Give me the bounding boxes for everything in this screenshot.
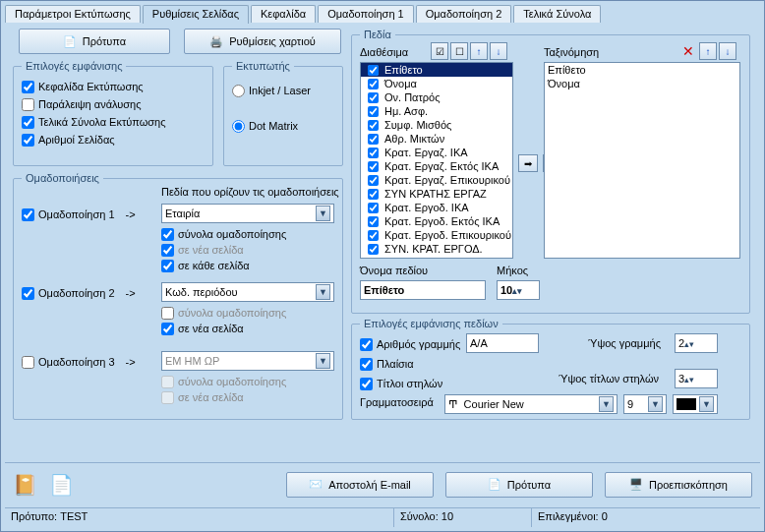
list-item[interactable]: ΣΥΝ. ΚΡΑΤ. ΕΡΓΟΔ. bbox=[361, 242, 512, 256]
field-checkbox[interactable] bbox=[368, 148, 379, 158]
list-item[interactable]: Κρατ. Εργοδ. ΙΚΑ bbox=[361, 201, 512, 214]
list-item[interactable]: Κρατ. Εργαζ. Εκτός ΙΚΑ bbox=[361, 159, 512, 173]
field-checkbox[interactable] bbox=[368, 134, 379, 145]
field-checkbox[interactable] bbox=[368, 216, 379, 227]
groupings-label: Ομαδοποιήσεις bbox=[22, 172, 103, 184]
notes-icon[interactable]: 📔 bbox=[13, 473, 37, 497]
list-item[interactable]: Επίθετο bbox=[545, 63, 739, 77]
field-checkbox[interactable] bbox=[368, 203, 379, 213]
chk-skip-analysis[interactable] bbox=[22, 98, 34, 111]
chevron-down-icon[interactable]: ▼ bbox=[316, 206, 330, 221]
chk-grouping2[interactable] bbox=[22, 287, 34, 300]
send-email-button[interactable]: ✉️Αποστολή E-mail bbox=[286, 472, 434, 498]
add-sort-icon[interactable]: ➡ bbox=[518, 154, 538, 172]
field-checkbox[interactable] bbox=[368, 230, 379, 241]
chk-grouping3[interactable] bbox=[22, 356, 34, 369]
chk-print-header[interactable] bbox=[22, 81, 34, 93]
paper-settings-button[interactable]: 🖨️ Ρυθμίσεις χαρτιού bbox=[184, 29, 341, 54]
chevron-down-icon[interactable]: ▼ bbox=[599, 396, 614, 412]
field-checkbox[interactable] bbox=[368, 79, 379, 89]
chk-g1-eachpage[interactable] bbox=[161, 260, 174, 272]
field-checkbox[interactable] bbox=[368, 189, 379, 200]
field-checkbox[interactable] bbox=[368, 65, 379, 76]
field-checkbox[interactable] bbox=[368, 175, 379, 186]
combo-grouping3[interactable]: ΕΜ ΗΜ ΩΡ▼ bbox=[161, 351, 334, 371]
radio-dotmatrix[interactable] bbox=[232, 120, 245, 133]
chevron-down-icon[interactable]: ▼ bbox=[699, 396, 714, 412]
field-display-group: Επιλογές εμφάνισης πεδίων Αριθμός γραμμή… bbox=[351, 318, 750, 420]
tab-header[interactable]: Κεφαλίδα bbox=[251, 5, 316, 23]
chk-g1-newpage[interactable] bbox=[161, 244, 174, 257]
list-item[interactable]: Ον. Πατρός bbox=[361, 90, 512, 104]
list-item[interactable]: Αθρ. Μικτών bbox=[361, 132, 512, 146]
list-item[interactable]: Κρατ. Εργαζ. ΙΚΑ bbox=[361, 146, 512, 159]
display-options-group: Επιλογές εμφάνισης Κεφαλίδα Εκτύπωσης Πα… bbox=[13, 60, 213, 166]
move-down-icon[interactable]: ↓ bbox=[490, 42, 507, 60]
list-item[interactable]: Ημ. Ασφ. bbox=[361, 104, 512, 118]
deselect-all-icon[interactable]: ☐ bbox=[450, 42, 468, 60]
titleheight-input[interactable]: 3▴▾ bbox=[675, 369, 718, 388]
spinner-icon[interactable]: ▴▾ bbox=[512, 284, 524, 296]
tab-page-settings[interactable]: Ρυθμίσεις Σελίδας bbox=[143, 5, 249, 24]
font-combo[interactable]: Ͳ Courier New▼ bbox=[444, 394, 618, 414]
list-item[interactable]: Όνομα bbox=[361, 77, 512, 90]
field-checkbox[interactable] bbox=[368, 161, 379, 172]
sort-down-icon[interactable]: ↓ bbox=[719, 42, 736, 60]
sort-fields-list[interactable]: ΕπίθετοΌνομα bbox=[544, 62, 740, 259]
display-options-label: Επιλογές εμφάνισης bbox=[22, 60, 126, 72]
printer-group: Εκτυπωτής Inkjet / Laser Dot Matrix bbox=[223, 60, 343, 166]
fontcolor-combo[interactable]: ▼ bbox=[673, 394, 718, 414]
list-item[interactable]: ΣΥΝ ΚΡΑΤΗΣ ΕΡΓΑΖ bbox=[361, 187, 512, 201]
spinner-icon[interactable]: ▴▾ bbox=[684, 373, 696, 384]
field-checkbox[interactable] bbox=[368, 106, 379, 117]
rowheight-input[interactable]: 2▴▾ bbox=[675, 333, 718, 353]
combo-grouping1[interactable]: Εταιρία▼ bbox=[161, 204, 334, 223]
chk-grouping1[interactable] bbox=[22, 208, 34, 221]
tab-print-params[interactable]: Παράμετροι Εκτύπωσης bbox=[5, 5, 141, 23]
fields-label: Πεδία bbox=[360, 29, 395, 40]
sort-up-icon[interactable]: ↑ bbox=[699, 42, 717, 60]
chk-g1-subtotals[interactable] bbox=[161, 228, 174, 241]
tab-group1[interactable]: Ομαδοποίηση 1 bbox=[318, 5, 414, 23]
fieldlen-input[interactable]: 10▴▾ bbox=[497, 280, 540, 300]
chk-g2-subtotals[interactable] bbox=[161, 307, 174, 320]
templates-button[interactable]: 📄 Πρότυπα bbox=[19, 29, 170, 54]
combo-grouping2[interactable]: Κωδ. περιόδου▼ bbox=[161, 282, 334, 302]
field-checkbox[interactable] bbox=[368, 92, 379, 103]
chk-rownum[interactable] bbox=[360, 338, 373, 351]
list-item[interactable]: Κρατ. Εργοδ. Εκτός ΙΚΑ bbox=[361, 214, 512, 228]
list-item[interactable]: Κρατ. Εργοδ. Επικουρικού bbox=[361, 228, 512, 242]
rownum-input[interactable]: Α/Α bbox=[466, 333, 539, 353]
chk-g3-newpage bbox=[161, 391, 174, 404]
chk-g2-newpage[interactable] bbox=[161, 323, 174, 335]
tab-totals[interactable]: Τελικά Σύνολα bbox=[513, 5, 601, 23]
fieldname-label: Όνομα πεδίου bbox=[360, 265, 428, 276]
chk-page-numbers[interactable] bbox=[22, 134, 34, 147]
fieldname-input[interactable]: Επίθετο bbox=[360, 280, 486, 300]
spinner-icon[interactable]: ▴▾ bbox=[684, 337, 696, 349]
available-fields-list[interactable]: ΕπίθετοΌνομαΟν. ΠατρόςΗμ. Ασφ.Συμφ. Μισθ… bbox=[360, 62, 513, 259]
chk-print-totals[interactable] bbox=[22, 116, 34, 129]
field-checkbox[interactable] bbox=[368, 120, 379, 131]
move-up-icon[interactable]: ↑ bbox=[470, 42, 488, 60]
preview-button[interactable]: 🖥️Προεπισκόπηση bbox=[605, 472, 752, 498]
tab-group2[interactable]: Ομαδοποίηση 2 bbox=[416, 5, 512, 23]
bottom-templates-button[interactable]: 📄Πρότυπα bbox=[445, 472, 593, 498]
page-icon[interactable]: 📄 bbox=[49, 473, 74, 497]
list-item[interactable]: Όνομα bbox=[545, 77, 739, 90]
list-item[interactable]: Επίθετο bbox=[361, 63, 512, 77]
chevron-down-icon[interactable]: ▼ bbox=[316, 284, 330, 300]
status-total: Σύνολο: 10 bbox=[394, 508, 532, 527]
remove-sort-icon[interactable]: ✕ bbox=[679, 42, 697, 60]
field-checkbox[interactable] bbox=[368, 244, 379, 255]
list-item[interactable]: Συμφ. Μισθός bbox=[361, 118, 512, 132]
fontsize-combo[interactable]: 9▼ bbox=[623, 394, 667, 414]
chk-coltitles[interactable] bbox=[360, 378, 373, 390]
list-item[interactable]: Κρατ. Εργαζ. Επικουρικού bbox=[361, 173, 512, 187]
status-template: Πρότυπο: TEST bbox=[5, 508, 394, 527]
chevron-down-icon[interactable]: ▼ bbox=[316, 353, 330, 369]
chevron-down-icon[interactable]: ▼ bbox=[648, 396, 663, 412]
radio-inkjet[interactable] bbox=[232, 85, 245, 97]
chk-frames[interactable] bbox=[360, 358, 373, 371]
select-all-icon[interactable]: ☑ bbox=[431, 42, 448, 60]
